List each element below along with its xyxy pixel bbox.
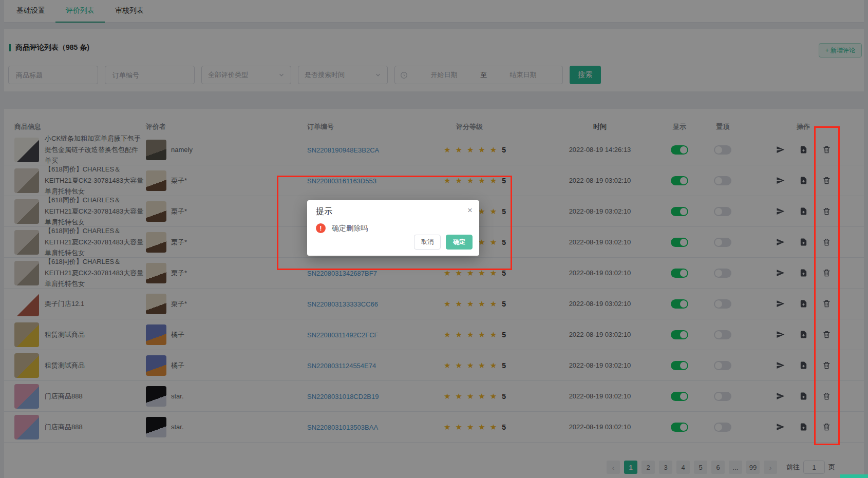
close-icon[interactable]: × xyxy=(467,206,473,215)
corner-accent-strip xyxy=(840,474,868,478)
dialog-body: ! 确定删除吗 xyxy=(316,223,368,233)
confirm-button[interactable]: 确定 xyxy=(446,235,473,250)
dialog-footer: 取消 确定 xyxy=(414,235,473,250)
warning-icon: ! xyxy=(316,223,326,233)
dialog-title: 提示 xyxy=(316,206,332,217)
dialog-message: 确定删除吗 xyxy=(332,224,368,233)
review-admin-screen: 基础设置评价列表审核列表 商品评论列表（985 条) + 新增评论 全部评价类型… xyxy=(0,0,868,478)
cancel-button[interactable]: 取消 xyxy=(414,235,441,250)
confirm-delete-dialog: 提示 × ! 确定删除吗 取消 确定 xyxy=(307,200,479,256)
